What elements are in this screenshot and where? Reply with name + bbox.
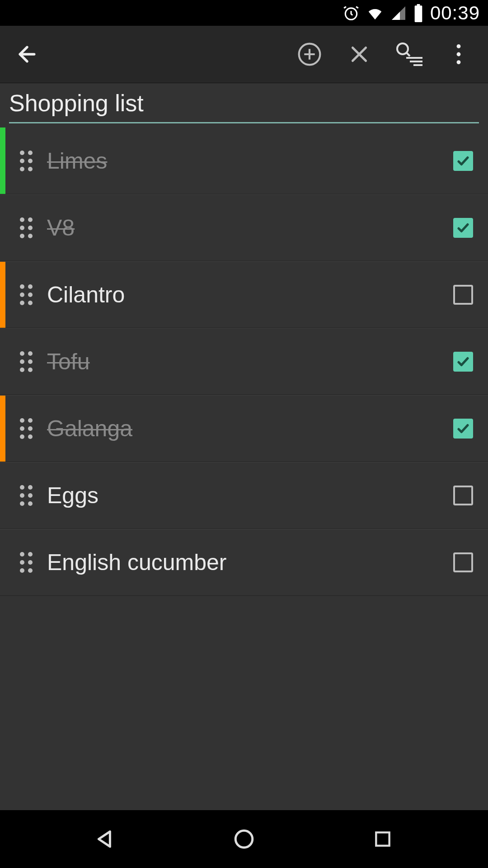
list-item[interactable]: Tofu: [0, 328, 488, 395]
item-label: Cilantro: [44, 282, 447, 308]
list-item[interactable]: Eggs: [0, 462, 488, 529]
svg-rect-1: [415, 5, 422, 22]
item-label: Galanga: [44, 415, 447, 442]
svg-point-7: [457, 60, 461, 64]
nav-recent-button[interactable]: [356, 821, 410, 857]
list-item[interactable]: V8: [0, 194, 488, 261]
item-label: Limes: [44, 148, 447, 174]
item-checkbox[interactable]: [447, 284, 479, 306]
drag-handle-icon: [20, 217, 33, 238]
checkbox-unchecked-icon: [453, 285, 473, 305]
drag-handle[interactable]: [8, 552, 44, 573]
drag-handle[interactable]: [8, 151, 44, 171]
back-button[interactable]: [5, 32, 50, 77]
checkbox-checked-icon: [453, 218, 473, 238]
plus-circle-icon: [297, 42, 322, 67]
action-bar: [0, 26, 488, 83]
drag-handle[interactable]: [8, 284, 44, 305]
svg-rect-2: [417, 4, 420, 6]
item-label: English cucumber: [44, 549, 447, 576]
checkbox-checked-icon: [453, 419, 473, 439]
drag-handle-icon: [20, 418, 33, 439]
drag-handle-icon: [20, 351, 33, 372]
category-stripe: [0, 127, 5, 194]
drag-handle-icon: [20, 552, 33, 573]
list-item[interactable]: Cilantro: [0, 261, 488, 328]
battery-icon: [413, 4, 424, 22]
cell-signal-icon: [390, 5, 407, 21]
shopping-list[interactable]: LimesV8CilantroTofuGalangaEggsEnglish cu…: [0, 127, 488, 810]
nav-back-button[interactable]: [78, 821, 132, 857]
title-underline: [9, 122, 479, 123]
search-list-icon: [394, 41, 424, 67]
drag-handle-icon: [20, 151, 33, 171]
list-title-text: Shopping list: [9, 90, 479, 117]
item-checkbox[interactable]: [447, 485, 479, 506]
clear-button[interactable]: [334, 32, 384, 77]
status-clock: 00:39: [430, 2, 480, 24]
checkbox-unchecked-icon: [453, 552, 473, 572]
overflow-menu-button[interactable]: [434, 32, 483, 77]
svg-point-5: [457, 44, 461, 48]
close-icon: [348, 43, 371, 66]
drag-handle[interactable]: [8, 485, 44, 506]
drag-handle[interactable]: [8, 217, 44, 238]
category-stripe: [0, 329, 5, 395]
checkbox-checked-icon: [453, 151, 473, 171]
svg-rect-9: [376, 832, 389, 845]
item-checkbox[interactable]: [447, 418, 479, 439]
svg-point-6: [457, 52, 461, 57]
category-stripe: [0, 262, 5, 328]
search-button[interactable]: [384, 32, 434, 77]
category-stripe: [0, 396, 5, 462]
checkbox-unchecked-icon: [453, 486, 473, 505]
more-vert-icon: [456, 44, 461, 64]
item-checkbox[interactable]: [447, 150, 479, 172]
list-title-field[interactable]: Shopping list: [0, 83, 488, 127]
list-item[interactable]: Galanga: [0, 395, 488, 462]
add-button[interactable]: [285, 32, 334, 77]
item-label: V8: [44, 215, 447, 241]
svg-point-8: [235, 830, 253, 848]
drag-handle[interactable]: [8, 351, 44, 372]
nav-home-button[interactable]: [217, 821, 271, 857]
wifi-icon: [366, 5, 384, 22]
drag-handle-icon: [20, 485, 33, 506]
nav-bar: [0, 810, 488, 868]
nav-recent-icon: [373, 829, 393, 849]
category-stripe: [0, 462, 5, 528]
item-checkbox[interactable]: [447, 351, 479, 373]
item-checkbox[interactable]: [447, 552, 479, 573]
nav-home-icon: [233, 828, 255, 850]
alarm-icon: [343, 5, 360, 22]
checkbox-checked-icon: [453, 352, 473, 372]
screen: 00:39 Shopping list LimesV8CilantroTofuG…: [0, 0, 488, 868]
item-label: Tofu: [44, 349, 447, 375]
list-item[interactable]: English cucumber: [0, 529, 488, 596]
category-stripe: [0, 195, 5, 261]
drag-handle-icon: [20, 284, 33, 305]
category-stripe: [0, 529, 5, 595]
item-checkbox[interactable]: [447, 217, 479, 239]
arrow-left-icon: [15, 42, 39, 66]
status-bar: 00:39: [0, 0, 488, 26]
list-item[interactable]: Limes: [0, 127, 488, 194]
drag-handle[interactable]: [8, 418, 44, 439]
nav-back-icon: [94, 828, 117, 850]
item-label: Eggs: [44, 482, 447, 509]
